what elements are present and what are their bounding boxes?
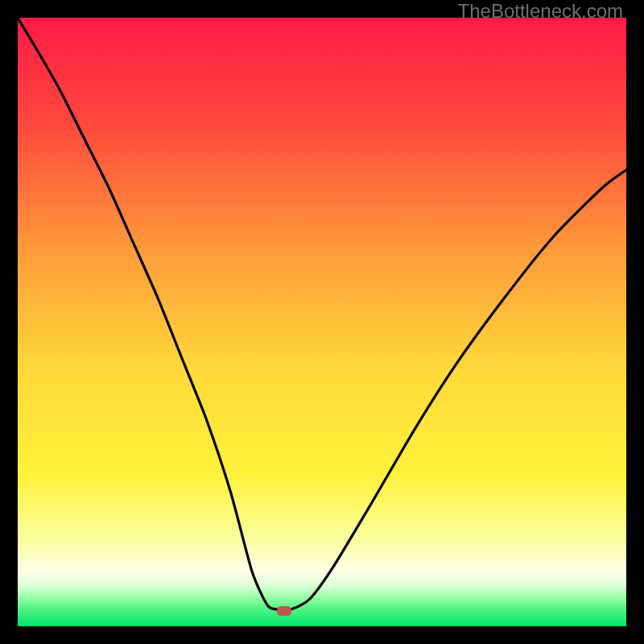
bottleneck-chart bbox=[18, 18, 626, 626]
gradient-background bbox=[18, 18, 626, 626]
watermark-text: TheBottleneck.com bbox=[458, 0, 623, 23]
chart-frame bbox=[18, 18, 626, 626]
optimal-point-marker bbox=[277, 606, 291, 616]
